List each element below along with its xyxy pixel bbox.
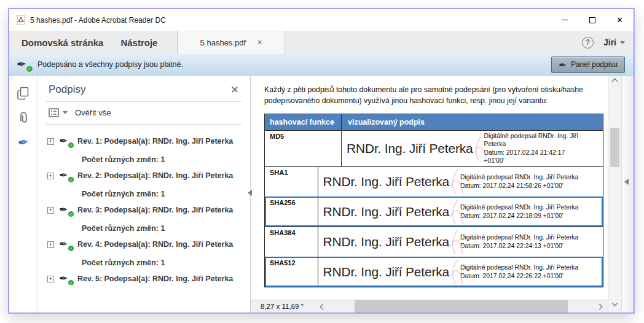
- scroll-down-icon[interactable]: [612, 300, 618, 306]
- signer-name: RNDr. Ing. Jiří Peterka: [323, 235, 449, 249]
- signature-details: Digitálně podepsal RNDr. Ing. Jiří Peter…: [484, 132, 582, 165]
- tab-tools[interactable]: Nástroje: [120, 37, 157, 48]
- signature-entry-rev3[interactable]: + ✒✓ Rev. 3: Podepsal(a): RNDr. Ing. Jiř…: [47, 204, 244, 216]
- table-row-sha384: SHA384 RNDr. Ing. Jiří Peterka Digitálně…: [265, 227, 603, 257]
- expand-tools-handle[interactable]: [624, 179, 629, 185]
- titlebar-left: 5 hashes.pdf - Adobe Acrobat Reader DC: [9, 15, 166, 25]
- signature-cell[interactable]: RNDr. Ing. Jiří Peterka Digitálně podeps…: [318, 197, 603, 227]
- signature-valid-icon: ✒✓: [59, 135, 73, 147]
- signature-list: + ✒✓ Rev. 1: Podepsal(a): RNDr. Ing. Jiř…: [37, 125, 250, 285]
- user-name: Jiri: [603, 37, 616, 47]
- vertical-scroll-thumb[interactable]: [610, 128, 619, 167]
- pen-icon: ✒: [17, 58, 26, 71]
- signature-details: Digitálně podepsal RNDr. Ing. Jiří Peter…: [460, 263, 600, 280]
- signature-cell[interactable]: RNDr. Ing. Jiří Peterka Digitálně podeps…: [318, 167, 603, 197]
- pen-icon: ✒: [59, 273, 68, 284]
- notification-message: Podepsáno a všechny podpisy jsou platné.: [37, 60, 183, 69]
- notification-content: ✒ ✓ Podepsáno a všechny podpisy jsou pla…: [17, 58, 183, 71]
- signature-flourish-icon: [448, 198, 464, 225]
- signature-details: Digitálně podepsal RNDr. Ing. Jiří Peter…: [460, 233, 600, 250]
- signed-by-text: Digitálně podepsal RNDr. Ing. Jiří Peter…: [460, 203, 600, 212]
- page-size-label: 8,27 x 11,69 ": [251, 303, 315, 310]
- scroll-right-icon[interactable]: [597, 303, 603, 309]
- signature-entry-detail: Počet různých změn: 1: [47, 224, 244, 233]
- verify-all-button[interactable]: Ověřit vše: [37, 102, 250, 124]
- vertical-scrollbar[interactable]: [608, 76, 621, 313]
- signature-entry-rev4[interactable]: + ✒✓ Rev. 4: Podepsal(a): RNDr. Ing. Jiř…: [47, 238, 244, 251]
- signature-entry-rev2[interactable]: + ✒✓ Rev. 2: Podepsal(a): RNDr. Ing. Jiř…: [47, 169, 244, 182]
- scroll-up-icon[interactable]: [612, 79, 618, 85]
- signature-entry-label: Rev. 3: Podepsal(a): RNDr. Ing. Jiří Pet…: [77, 206, 233, 214]
- signature-entry-rev5[interactable]: + ✒✓ Rev. 5: Podepsal(a): RNDr. Ing. Jiř…: [47, 273, 244, 285]
- expand-icon[interactable]: +: [47, 207, 54, 214]
- valid-check-icon: ✓: [68, 245, 74, 252]
- valid-check-icon: ✓: [26, 65, 33, 72]
- options-list-icon: [49, 108, 59, 117]
- expand-icon[interactable]: +: [47, 138, 54, 145]
- signature-entry-detail: Počet různých změn: 1: [47, 155, 244, 164]
- collapse-panel-handle[interactable]: [248, 190, 252, 196]
- signature-entry-label: Rev. 1: Podepsal(a): RNDr. Ing. Jiří Pet…: [77, 137, 233, 146]
- main-toolbar: Domovská stránka Nástroje 5 hashes.pdf ✕…: [9, 31, 634, 54]
- signed-by-text: Digitálně podepsal RNDr. Ing. Jiří Peter…: [460, 233, 600, 242]
- desktop-background: 5 hashes.pdf - Adobe Acrobat Reader DC ✕…: [0, 0, 644, 323]
- hash-name: MD5: [265, 131, 342, 166]
- document-tab[interactable]: 5 hashes.pdf ✕: [177, 31, 285, 54]
- pen-icon: ✒: [59, 238, 68, 250]
- help-icon[interactable]: ?: [582, 37, 594, 49]
- signature-flourish-icon: [471, 135, 487, 162]
- signature-details: Digitálně podepsal RNDr. Ing. Jiří Peter…: [460, 203, 600, 220]
- window-title: 5 hashes.pdf - Adobe Acrobat Reader DC: [30, 16, 166, 25]
- horizontal-scroll-thumb[interactable]: [355, 300, 568, 313]
- signature-entry-rev1[interactable]: + ✒✓ Rev. 1: Podepsal(a): RNDr. Ing. Jiř…: [47, 135, 244, 147]
- signed-by-text: Digitálně podepsal RNDr. Ing. Jiří Peter…: [460, 173, 600, 182]
- signer-name: RNDr. Ing. Jiří Peterka: [347, 141, 473, 156]
- signature-panel-button[interactable]: ✒ Panel podpisu: [551, 56, 625, 73]
- expand-icon[interactable]: +: [47, 241, 54, 248]
- window-titlebar: 5 hashes.pdf - Adobe Acrobat Reader DC ✕: [9, 9, 634, 31]
- signature-valid-icon: ✒✓: [59, 169, 73, 182]
- verify-all-label: Ověřit vše: [75, 108, 111, 117]
- signed-date-text: Datum: 2017.02.24 21:42:17 +01'00': [484, 149, 582, 165]
- user-menu[interactable]: Jiri: [603, 37, 625, 47]
- maximize-button[interactable]: [578, 9, 606, 31]
- document-page[interactable]: Každý z pěti podpisů tohoto dokumentu al…: [251, 76, 608, 300]
- pen-icon: ✒: [59, 204, 68, 216]
- tab-home[interactable]: Domovská stránka: [22, 37, 103, 48]
- signature-entry-detail: Počet různých změn: 1: [47, 259, 244, 267]
- valid-check-icon: ✓: [68, 211, 74, 217]
- maximize-icon: [589, 17, 595, 23]
- pdf-file-icon: [17, 15, 26, 25]
- signatures-pane-icon-active[interactable]: ✒: [17, 136, 30, 149]
- valid-check-icon: ✓: [68, 279, 74, 285]
- scroll-left-icon[interactable]: [320, 303, 326, 309]
- attachments-icon[interactable]: [17, 111, 30, 125]
- signature-cell[interactable]: RNDr. Ing. Jiří Peterka Digitálně podeps…: [318, 227, 603, 257]
- table-header-row: hashovací funkce vizualizovaný podpis: [265, 114, 603, 130]
- expand-icon[interactable]: +: [47, 276, 54, 282]
- document-tab-close-icon[interactable]: ✕: [257, 39, 262, 47]
- signature-cell[interactable]: RNDr. Ing. Jiří Peterka Digitálně podeps…: [342, 131, 603, 166]
- table-header-signature: vizualizovaný podpis: [342, 114, 603, 130]
- signer-name: RNDr. Ing. Jiří Peterka: [323, 204, 449, 219]
- table-row-md5: MD5 RNDr. Ing. Jiří Peterka Digitálně po…: [265, 130, 603, 166]
- signature-valid-icon: ✒✓: [59, 238, 73, 251]
- page-thumbnails-icon[interactable]: [17, 87, 30, 100]
- signature-entry-label: Rev. 4: Podepsal(a): RNDr. Ing. Jiří Pet…: [77, 240, 233, 249]
- valid-check-icon: ✓: [68, 176, 74, 183]
- signatures-panel-title: Podpisy: [49, 84, 85, 96]
- toolbar-nav: Domovská stránka Nástroje: [9, 31, 170, 54]
- signature-cell[interactable]: RNDr. Ing. Jiří Peterka Digitálně podeps…: [318, 257, 603, 287]
- horizontal-scrollbar[interactable]: [315, 300, 608, 313]
- hash-signature-table: hashovací funkce vizualizovaný podpis MD…: [264, 114, 603, 287]
- signed-date-text: Datum: 2017.02.24 22:26:22 +01'00': [460, 272, 600, 281]
- close-button[interactable]: ✕: [606, 9, 634, 31]
- hash-name: SHA256: [265, 197, 318, 227]
- hash-name: SHA384: [265, 227, 318, 257]
- horizontal-scroll-track[interactable]: [331, 300, 591, 313]
- panel-close-icon[interactable]: ✕: [230, 85, 239, 95]
- expand-icon[interactable]: +: [47, 173, 54, 179]
- signed-by-text: Digitálně podepsal RNDr. Ing. Jiří Peter…: [460, 263, 600, 272]
- minimize-button[interactable]: [551, 9, 578, 31]
- pen-icon: ✒: [559, 60, 567, 69]
